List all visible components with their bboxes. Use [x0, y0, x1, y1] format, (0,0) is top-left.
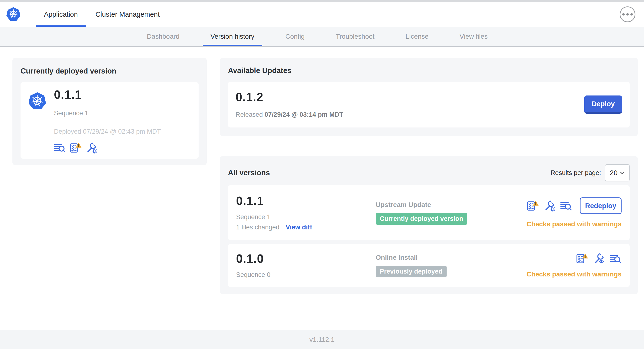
- main-content: Currently deployed version 0.1.1 Sequenc…: [0, 47, 644, 330]
- available-updates-title: Available Updates: [228, 66, 630, 75]
- current-version-number: 0.1.1: [54, 88, 161, 102]
- subnav-tab-license[interactable]: License: [398, 27, 436, 46]
- all-versions-header: All versions Results per page: 20: [228, 164, 630, 182]
- more-menu-button[interactable]: [620, 6, 636, 22]
- checks-status-text: Checks passed with warnings: [526, 270, 622, 278]
- config-gear-icon[interactable]: [544, 200, 556, 212]
- preflight-checks-warning-icon[interactable]: [576, 253, 588, 264]
- results-per-page: Results per page: 20: [550, 164, 630, 182]
- available-update-row: 0.1.2 Released 07/29/24 @ 03:14 pm MDT D…: [228, 82, 630, 128]
- config-gear-icon[interactable]: [86, 142, 98, 154]
- logs-diff-icon[interactable]: [610, 253, 622, 264]
- version-info: 0.1.0 Sequence 0: [236, 252, 376, 278]
- all-versions-title: All versions: [228, 168, 270, 177]
- ellipsis-dot: [622, 13, 625, 16]
- version-source: Online Install Previously deployed: [376, 254, 526, 278]
- kubernetes-app-icon: [28, 91, 47, 111]
- version-action-icons: Redeploy: [527, 198, 622, 214]
- currently-deployed-inner-card: 0.1.1 Sequence 1 Deployed 07/29/24 @ 02:…: [20, 82, 198, 159]
- results-per-page-label: Results per page:: [550, 169, 601, 177]
- currently-deployed-card: Currently deployed version 0.1.1 Sequenc…: [12, 58, 207, 165]
- released-prefix: Released: [236, 111, 265, 118]
- version-row-0-1-0: 0.1.0 Sequence 0 Online Install Previous…: [228, 244, 630, 287]
- ellipsis-dot: [626, 13, 629, 16]
- status-badge: Previously deployed: [376, 266, 446, 278]
- results-per-page-value: 20: [610, 169, 618, 177]
- console-version: v1.112.1: [309, 336, 334, 344]
- preflight-checks-warning-icon[interactable]: [527, 200, 539, 212]
- version-row-0-1-1: 0.1.1 Sequence 1 1 files changed View di…: [228, 185, 630, 240]
- subnav-tab-version-history[interactable]: Version history: [203, 27, 262, 46]
- subnav-tab-dashboard[interactable]: Dashboard: [139, 27, 188, 46]
- results-per-page-select[interactable]: 20: [605, 164, 630, 182]
- tab-application-label: Application: [44, 10, 78, 18]
- chevron-down-icon: [620, 172, 625, 174]
- page-footer: v1.112.1: [0, 330, 644, 349]
- currently-deployed-title: Currently deployed version: [20, 67, 198, 76]
- ellipsis-dot: [630, 13, 633, 16]
- subnav-tab-view-files[interactable]: View files: [452, 27, 496, 46]
- version-action-icons: [576, 253, 622, 264]
- version-sequence: Sequence 1: [236, 214, 376, 221]
- view-diff-link[interactable]: View diff: [286, 224, 312, 231]
- deploy-button[interactable]: Deploy: [584, 96, 622, 114]
- kubernetes-logo-icon: [6, 6, 21, 22]
- status-badge: Currently deployed version: [376, 213, 467, 225]
- version-source: Upstream Update Currently deployed versi…: [376, 201, 526, 225]
- released-date: 07/29/24 @ 03:14 pm MDT: [265, 111, 343, 118]
- version-actions: Redeploy Checks passed with warnings: [526, 198, 622, 228]
- version-number: 0.1.0: [236, 252, 376, 266]
- config-view-eye-icon[interactable]: [593, 253, 605, 264]
- tab-cluster-management-label: Cluster Management: [96, 10, 160, 18]
- available-updates-card: Available Updates 0.1.2 Released 07/29/2…: [220, 58, 638, 136]
- current-version-sequence: Sequence 1: [54, 110, 161, 117]
- subnav-tab-troubleshoot[interactable]: Troubleshoot: [328, 27, 382, 46]
- all-versions-card: All versions Results per page: 20 0.1.1 …: [220, 156, 638, 294]
- source-label: Online Install: [376, 254, 526, 262]
- preflight-checks-warning-icon[interactable]: [70, 142, 82, 154]
- app-subnav: Dashboard Version history Config Trouble…: [0, 27, 644, 47]
- update-released-line: Released 07/29/24 @ 03:14 pm MDT: [236, 111, 343, 118]
- update-version-number: 0.1.2: [236, 91, 343, 104]
- current-version-deployed-timestamp: Deployed 07/29/24 @ 02:43 pm MDT: [54, 128, 161, 135]
- current-version-actions: [54, 142, 161, 154]
- redeploy-button[interactable]: Redeploy: [580, 198, 622, 214]
- version-actions: Checks passed with warnings: [526, 253, 622, 278]
- version-info: 0.1.1 Sequence 1 1 files changed View di…: [236, 194, 376, 231]
- currently-deployed-details: 0.1.1 Sequence 1 Deployed 07/29/24 @ 02:…: [54, 88, 161, 154]
- version-number: 0.1.1: [236, 194, 376, 208]
- checks-status-text: Checks passed with warnings: [526, 220, 622, 228]
- source-label: Upstream Update: [376, 201, 526, 209]
- window-top-edge: [0, 0, 644, 2]
- tab-application[interactable]: Application: [36, 2, 86, 27]
- top-navbar: Application Cluster Management: [0, 2, 644, 27]
- version-sequence: Sequence 0: [236, 271, 376, 278]
- files-changed-label: 1 files changed: [236, 224, 280, 231]
- right-column: Available Updates 0.1.2 Released 07/29/2…: [220, 58, 638, 294]
- logs-diff-icon[interactable]: [560, 200, 572, 212]
- subnav-tab-config[interactable]: Config: [278, 27, 313, 46]
- tab-cluster-management[interactable]: Cluster Management: [87, 2, 168, 27]
- logs-diff-icon[interactable]: [54, 142, 66, 154]
- available-update-info: 0.1.2 Released 07/29/24 @ 03:14 pm MDT: [236, 91, 343, 118]
- version-files-changed: 1 files changed View diff: [236, 224, 376, 231]
- top-nav-tabs: Application Cluster Management: [36, 2, 169, 27]
